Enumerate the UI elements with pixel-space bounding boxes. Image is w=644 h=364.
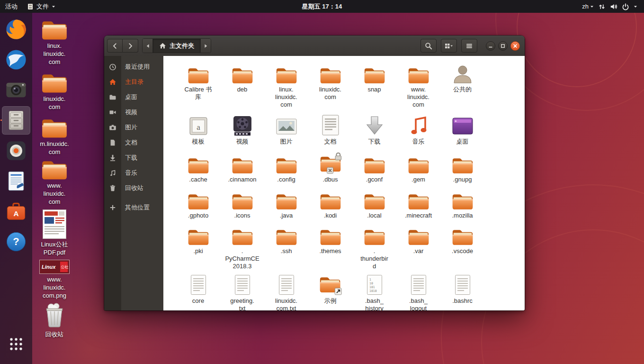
file-item[interactable]: 桌面 [440, 114, 484, 146]
file-item[interactable]: .ssh [264, 224, 308, 270]
dock-item-music-player[interactable] [2, 136, 30, 165]
file-item[interactable]: 下载 [352, 114, 396, 146]
file-item-label: .bash_ logout [409, 297, 428, 310]
sidebar-item-downloads[interactable]: 下载 [104, 150, 163, 165]
file-item[interactable]: .cinnamon [220, 152, 264, 183]
caret-down-icon[interactable] [634, 5, 637, 8]
file-item[interactable]: .bashrc [440, 273, 484, 310]
dock-item-libreoffice-writer[interactable] [2, 167, 30, 195]
file-item[interactable]: .config [264, 152, 308, 183]
file-item[interactable]: . PyCharmCE 2018.3 [220, 224, 264, 270]
file-item[interactable]: . thunderbir d [352, 224, 396, 270]
network-icon[interactable] [598, 3, 606, 10]
file-item[interactable]: 视频 [220, 114, 264, 146]
file-item[interactable]: .java [264, 188, 308, 219]
desktop-icon-m-linuxidc-com[interactable]: m.linuxidc. com [36, 117, 73, 156]
power-icon[interactable] [622, 3, 629, 10]
file-item[interactable]: greeting. txt [220, 273, 264, 310]
file-item-label: 文档 [324, 138, 337, 146]
file-item[interactable]: .minecraft [396, 188, 440, 219]
file-item[interactable]: linuxidc. com.txt [264, 273, 308, 310]
file-item[interactable]: .gphoto [176, 188, 220, 219]
sidebar-item-other-locations[interactable]: 其他位置 [104, 200, 163, 215]
file-item[interactable]: .themes [308, 224, 352, 270]
desktop-icon-linux-linuxidc-com[interactable]: linux. linuxidc. com [36, 19, 73, 66]
clock[interactable]: 星期五 17：14 [302, 0, 342, 13]
svg-text:1: 1 [369, 278, 371, 282]
app-menu[interactable]: 文件 [23, 0, 60, 13]
desktop-icon-linux-pdf[interactable]: Linux公社 PDF.pdf [36, 209, 73, 256]
file-item[interactable]: .icons [220, 188, 264, 219]
sidebar-item-desktop[interactable]: 桌面 [104, 90, 163, 105]
file-item[interactable]: 文档 [308, 114, 352, 146]
file-item[interactable]: a 模板 [176, 114, 220, 146]
current-location-button[interactable]: 主文件夹 [152, 39, 200, 53]
file-item[interactable]: linuxidc. com [308, 62, 352, 109]
file-item[interactable]: deb [220, 62, 264, 109]
file-item[interactable]: 示例 [308, 273, 352, 310]
file-item[interactable]: 音乐 [396, 114, 440, 146]
file-item[interactable]: core [176, 273, 220, 310]
file-item[interactable]: linux. linuxidc. com [264, 62, 308, 109]
app-menu-label: 文件 [36, 2, 49, 11]
view-options-button[interactable] [441, 39, 457, 53]
file-item[interactable]: .bash_ logout [396, 273, 440, 310]
file-item[interactable]: .var [396, 224, 440, 270]
file-item[interactable]: .local [352, 188, 396, 219]
volume-icon[interactable] [610, 3, 617, 10]
sidebar-item-videos[interactable]: 视频 [104, 105, 163, 120]
close-button[interactable] [510, 41, 520, 51]
file-grid: Calibre 书 库 deb linux. linuxidc. com lin… [163, 56, 525, 310]
file-item[interactable]: .gem [396, 152, 440, 183]
sidebar-item-label: 桌面 [125, 93, 137, 101]
file-item[interactable]: 图片 [264, 114, 308, 146]
sidebar-item-trash[interactable]: 回收站 [104, 181, 163, 196]
menu-button[interactable] [461, 39, 477, 53]
file-item[interactable]: .pki [176, 224, 220, 270]
svg-text:公社: 公社 [61, 265, 69, 269]
file-item[interactable]: .mozilla [440, 188, 484, 219]
file-item[interactable]: .gconf [352, 152, 396, 183]
sidebar-item-documents[interactable]: 文档 [104, 135, 163, 150]
music-note-icon [409, 115, 429, 136]
desktop-icon-trash[interactable]: 回收站 [36, 301, 73, 338]
minimize-button[interactable] [486, 41, 495, 51]
file-item[interactable]: .dbus [308, 152, 352, 183]
sidebar-item-pictures[interactable]: 图片 [104, 120, 163, 135]
file-item[interactable]: 公共的 [440, 62, 484, 109]
sidebar-item-recent[interactable]: 最近使用 [104, 59, 163, 74]
file-item[interactable]: .gnupg [440, 152, 484, 183]
desktop-icon-www-linuxidc-com[interactable]: www. linuxidc. com [36, 159, 73, 206]
file-item[interactable]: Calibre 书 库 [176, 62, 220, 109]
desktop-icon-label: www. linuxidc. com.png [43, 275, 66, 300]
path-scroll-left-button[interactable] [143, 39, 152, 53]
dock-item-thunderbird[interactable] [2, 46, 30, 74]
folder-icon [188, 228, 209, 246]
folder-icon [408, 156, 429, 174]
file-item-label: .java [280, 212, 293, 219]
input-source-indicator[interactable]: zh [582, 3, 594, 10]
file-item[interactable]: www. linuxidc. com [396, 62, 440, 109]
sidebar-item-music[interactable]: 音乐 [104, 165, 163, 181]
file-item[interactable]: .kodi [308, 188, 352, 219]
file-item[interactable]: .cache [176, 152, 220, 183]
sidebar-item-home[interactable]: 主目录 [104, 74, 163, 90]
search-button[interactable] [420, 39, 437, 53]
maximize-button[interactable] [498, 41, 508, 51]
dock-item-help[interactable]: ? [2, 228, 30, 256]
desktop-icon-www-linuxidc-com-png[interactable]: Linux 公社 www. linuxidc. com.png [36, 260, 73, 300]
activities-button[interactable]: 活动 [0, 0, 23, 13]
file-item[interactable]: 1101011010 .bash_ history [352, 273, 396, 310]
dock-item-firefox[interactable] [2, 15, 30, 44]
path-scroll-right-button[interactable] [200, 39, 211, 53]
desktop-icon-linuxidc-com[interactable]: linuxidc. com [36, 72, 73, 111]
desktop-icon-label: m.linuxidc. com [40, 140, 69, 156]
dock-item-files[interactable] [2, 106, 30, 135]
file-item[interactable]: snap [352, 62, 396, 109]
dock-item-ubuntu-software[interactable]: A [2, 197, 30, 226]
file-item[interactable]: .vscode [440, 224, 484, 270]
show-applications-button[interactable] [2, 330, 30, 358]
back-button[interactable] [107, 39, 123, 53]
dock-item-camera[interactable] [2, 76, 30, 104]
forward-button[interactable] [123, 39, 138, 53]
